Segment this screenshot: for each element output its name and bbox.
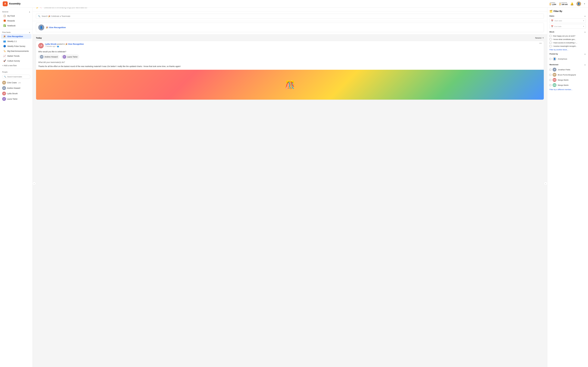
mentioned-collapse-icon[interactable]: ▲ bbox=[584, 64, 586, 66]
cirie-avatar: CC bbox=[2, 81, 6, 84]
sidebar-item-rewards[interactable]: 🎁 Rewards bbox=[1, 18, 31, 23]
filter-title: 🗂️ Filter By bbox=[549, 10, 586, 13]
feed-header: Today Newest ▼ bbox=[36, 37, 544, 39]
sidebar-item-market-trends[interactable]: 📈 Market Trends bbox=[1, 54, 31, 58]
mentioned-row-bruce: BP Bruce Purvis-Burgoyne bbox=[549, 72, 586, 77]
sidebar-section-general[interactable]: General ▲ bbox=[0, 10, 33, 13]
post-options-button[interactable] bbox=[539, 43, 542, 43]
post-header: LS Lydia Strunk posted in 🎉 Give Recogni… bbox=[36, 41, 544, 50]
flow-selector-avatar: 👤 bbox=[38, 25, 44, 30]
sidebar-item-market-trends-label: Market Trends bbox=[7, 55, 19, 57]
sidebar-item-rewards-label: Rewards bbox=[7, 20, 15, 22]
weekly-11-icon: 👥 bbox=[3, 40, 6, 42]
sidebar-item-big-deal-label: Big Deal Announcements bbox=[7, 50, 29, 52]
mentioned-checkbox-jonathan[interactable] bbox=[549, 69, 551, 71]
block-item-2: I have access to everything I ... bbox=[553, 42, 577, 44]
mentioned-checkbox-mango1[interactable] bbox=[549, 79, 551, 81]
main-content: 🎉 Give Recognition ··· Celebrate all of … bbox=[33, 0, 547, 102]
posted-by-label: Posted by bbox=[549, 53, 558, 55]
start-date-calendar-icon: 📅 bbox=[551, 20, 553, 22]
lydia-avatar: LS bbox=[2, 92, 6, 95]
mango1-name: Mango Martin bbox=[558, 79, 569, 81]
you-badge: you bbox=[18, 82, 21, 83]
end-date-label: End date bbox=[554, 25, 582, 27]
filter-different-member-link[interactable]: Filter by a different member... bbox=[549, 89, 572, 91]
sidebar-item-big-deal[interactable]: 🏷️ Big Deal Announcements bbox=[1, 49, 31, 53]
flow-feeds-section-label: Flow feeds bbox=[2, 31, 11, 33]
sidebar-item-give-recognition[interactable]: 🎉 Give Recognition bbox=[1, 34, 31, 39]
feed-sort-button[interactable]: Newest ▼ bbox=[535, 37, 544, 39]
post-meta: Lydia Strunk posted in 🎉 Give Recognitio… bbox=[45, 43, 84, 47]
post-flow-link[interactable]: 🎉 Give Recognition bbox=[65, 43, 84, 45]
search-teammates-field[interactable]: 🔍 bbox=[2, 75, 30, 79]
dates-collapse-icon[interactable]: ▲ bbox=[584, 15, 586, 17]
flow-selector[interactable]: 👤 🎉 Give Recognition bbox=[36, 23, 544, 32]
block-checkbox-0[interactable] bbox=[549, 35, 552, 37]
sidebar-item-add-flow[interactable]: + Add a new flow bbox=[0, 63, 33, 68]
mentioned-checkbox-mango2[interactable] bbox=[549, 84, 551, 86]
posted-by-collapse-icon[interactable]: ▲ bbox=[584, 53, 586, 55]
anonymous-avatar: 👤 bbox=[553, 57, 556, 61]
sidebar-section-flow-feeds[interactable]: Flow feeds ▲ bbox=[0, 30, 33, 34]
block-checkbox-3[interactable] bbox=[549, 45, 552, 47]
people-item-lydia[interactable]: LS Lydia Strunk bbox=[0, 91, 33, 96]
general-section-label: General bbox=[2, 11, 8, 13]
sidebar-item-my-feed[interactable]: 📋 My Feed bbox=[1, 13, 31, 18]
filter-another-block-link[interactable]: Filter by another block... bbox=[549, 49, 568, 51]
mango2-name: Mango Martin bbox=[558, 84, 569, 86]
start-date-label: Start date bbox=[554, 20, 582, 22]
navbar: A Assembly EARNED 🏆 1,204 ALLOWANCE 🏆 10… bbox=[0, 0, 588, 8]
search-teammates-input[interactable] bbox=[7, 76, 29, 78]
sidebar-item-weekly-pulse[interactable]: 🔵 Weekly Pulse Survey bbox=[1, 44, 31, 49]
sidebar-item-notebook-label: Notebook bbox=[7, 25, 16, 27]
flow-selector-label: 🎉 Give Recognition bbox=[46, 26, 66, 29]
celebrate-search-input[interactable] bbox=[42, 15, 542, 17]
sidebar-section-people[interactable]: People bbox=[0, 70, 33, 74]
posted-by-checkbox-anonymous[interactable] bbox=[549, 58, 551, 60]
celebrate-search-icon: 🔍 bbox=[38, 15, 40, 17]
celebrate-search-box[interactable]: 🔍 bbox=[36, 14, 544, 19]
right-sidebar: 🗂️ Filter By Dates ▲ 📅 Start date ▼ 📅 En… bbox=[547, 8, 588, 102]
block-checkbox-2[interactable] bbox=[549, 42, 552, 44]
mentioned-row-jonathan: JF Jonathan Fields bbox=[549, 67, 586, 72]
laura-name: Laura Twine bbox=[7, 98, 17, 100]
filter-mentioned-section: Mentioned ▲ bbox=[549, 64, 586, 66]
mentioned-label: Mentioned bbox=[549, 64, 558, 66]
mentioned-row-mango1: MM Mango Martin bbox=[549, 77, 586, 83]
user-menu-chevron-icon[interactable]: ▼ bbox=[584, 3, 585, 5]
laura-avatar: LT bbox=[2, 97, 6, 101]
celebratee-andres: AH Andres Howard bbox=[38, 54, 59, 59]
filter-posted-by-section: Posted by ▲ bbox=[549, 53, 586, 55]
sidebar-item-weekly-pulse-label: Weekly Pulse Survey bbox=[7, 45, 25, 47]
culture-survey-icon: 🚀 bbox=[3, 59, 6, 62]
big-deal-icon: 🏷️ bbox=[3, 50, 6, 52]
sidebar-item-notebook[interactable]: ✅ Notebook bbox=[1, 23, 31, 28]
block-checkbox-1[interactable] bbox=[549, 38, 552, 40]
filter-dates-section: Dates ▲ bbox=[549, 15, 586, 17]
flow-feeds-collapse-icon[interactable]: ▲ bbox=[29, 31, 30, 33]
notification-bell-icon[interactable]: 🔔 bbox=[570, 2, 574, 5]
filter-title-label: Filter By bbox=[553, 10, 562, 13]
end-date-input[interactable]: 📅 End date ▼ bbox=[549, 24, 586, 29]
sidebar-item-weekly-11[interactable]: 👥 Weekly 1:1 bbox=[1, 39, 31, 44]
post-user-info: LS Lydia Strunk posted in 🎉 Give Recogni… bbox=[38, 43, 84, 48]
my-feed-icon: 📋 bbox=[3, 15, 6, 17]
allowance-value: 🏆 100 left bbox=[559, 3, 568, 5]
people-item-laura[interactable]: LT Laura Twine bbox=[0, 96, 33, 102]
start-date-input[interactable]: 📅 Start date ▼ bbox=[549, 18, 586, 23]
sidebar-item-culture-survey[interactable]: 🚀 Culture Survey bbox=[1, 58, 31, 63]
people-item-cirie[interactable]: CC Cirie Crane you bbox=[0, 80, 33, 85]
feed-sort-label: Newest bbox=[535, 37, 541, 39]
post-author-name[interactable]: Lydia Strunk bbox=[45, 43, 56, 45]
people-item-andres[interactable]: AH Andres Howard bbox=[0, 85, 33, 91]
logo-icon[interactable]: A bbox=[3, 1, 8, 6]
filter-icon: 🗂️ bbox=[549, 10, 553, 13]
user-avatar[interactable]: 👤 bbox=[576, 1, 581, 6]
andres-celebratee-avatar: AH bbox=[40, 55, 43, 58]
block-collapse-icon[interactable]: ▲ bbox=[584, 31, 586, 33]
market-trends-icon: 📈 bbox=[3, 55, 6, 57]
block-check-row-3: I receive meaningful recognit... bbox=[549, 44, 586, 48]
general-collapse-icon[interactable]: ▲ bbox=[29, 11, 30, 13]
mentioned-checkbox-bruce[interactable] bbox=[549, 74, 551, 76]
block-check-row-0: How happy are you at work? bbox=[549, 34, 586, 38]
